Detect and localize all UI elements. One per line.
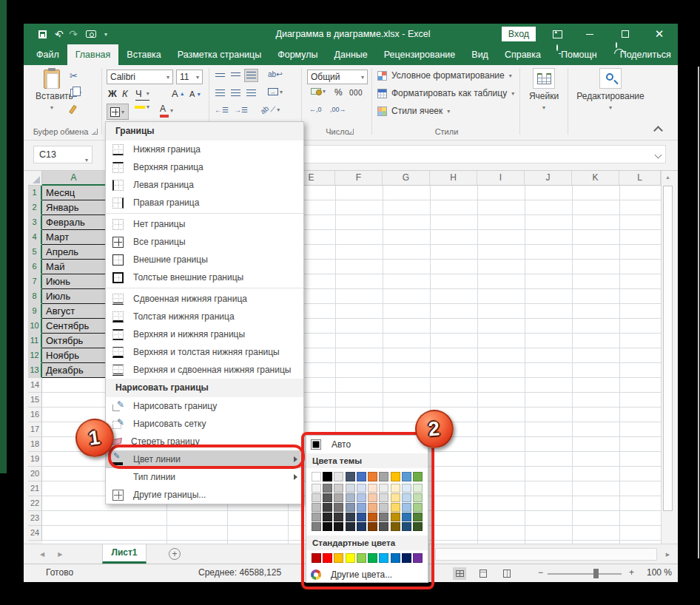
row-header[interactable]: 22 — [28, 496, 42, 511]
signin-button[interactable]: Вход — [502, 27, 536, 41]
row-header[interactable]: 4 — [28, 230, 42, 245]
zoom-slider[interactable] — [548, 573, 622, 575]
row-header[interactable]: 15 — [28, 393, 42, 408]
normal-view-button[interactable] — [453, 567, 466, 580]
menu-item-draw-border-grid[interactable]: ✎Нарисовать сетку — [106, 415, 303, 433]
row-header[interactable]: 23 — [28, 511, 42, 526]
column-header[interactable]: F — [335, 171, 383, 186]
menu-item-bottom-border[interactable]: Нижняя граница — [106, 141, 303, 158]
increase-indent-button[interactable]: →☰ — [234, 106, 248, 114]
minimize-icon[interactable] — [579, 24, 601, 44]
number-format-combo[interactable]: Общий▾ — [307, 70, 368, 84]
shrink-font-button[interactable]: А▼ — [189, 89, 201, 98]
format-painter-button[interactable] — [71, 105, 75, 114]
format-as-table-button[interactable]: Форматировать как таблицу▾ — [377, 88, 514, 98]
screenshot-icon[interactable] — [86, 30, 96, 38]
font-name-combo[interactable]: Calibri▾ — [107, 70, 173, 84]
prev-sheet-icon[interactable]: ◀ — [40, 551, 44, 558]
month-cell[interactable]: Февраль — [42, 215, 106, 230]
customize-qat-icon[interactable]: ▾ — [104, 31, 107, 38]
bold-button[interactable]: Ж — [108, 88, 117, 99]
tab-page-layout[interactable]: Разметка страницы — [169, 44, 269, 65]
tab-formulas[interactable]: Формулы — [269, 44, 326, 65]
row-header[interactable]: 1 — [28, 186, 42, 200]
row-header[interactable]: 12 — [28, 348, 42, 363]
row-header[interactable]: 14 — [28, 378, 42, 393]
ribbon-display-options-icon[interactable] — [546, 24, 568, 44]
decrease-indent-button[interactable]: ←☰ — [215, 106, 229, 114]
menu-item-outside-borders[interactable]: Внешние границы — [106, 251, 303, 268]
row-header[interactable]: 2 — [28, 200, 42, 215]
vertical-scrollbar[interactable]: ▲ — [661, 171, 674, 544]
clipboard-dialog-launcher-icon[interactable] — [92, 129, 98, 135]
tab-insert[interactable]: Вставка — [118, 44, 169, 65]
month-cell[interactable]: Июль — [42, 289, 106, 304]
paste-button[interactable]: Вставить ▾ — [36, 68, 68, 121]
align-center-button[interactable] — [229, 87, 243, 100]
align-middle-button[interactable] — [229, 69, 243, 82]
row-header[interactable]: 17 — [28, 422, 42, 437]
scroll-up-icon[interactable]: ▲ — [662, 171, 674, 184]
vertical-scrollbar-thumb[interactable] — [663, 186, 673, 511]
align-top-button[interactable] — [213, 69, 227, 82]
column-header[interactable]: K — [572, 171, 619, 186]
menu-item-top-bottom-border[interactable]: Верхняя и нижняя границы — [106, 325, 303, 343]
page-break-view-button[interactable] — [500, 567, 514, 580]
row-header[interactable]: 5 — [28, 245, 42, 260]
zoom-slider-thumb[interactable] — [593, 569, 599, 578]
row-header[interactable]: 10 — [28, 319, 42, 334]
menu-item-left-border[interactable]: Левая граница — [106, 176, 303, 194]
row-header[interactable]: 20 — [28, 467, 42, 481]
column-header[interactable]: J — [525, 171, 572, 186]
cells-button[interactable]: Ячейки ▾ — [524, 68, 564, 112]
month-cell[interactable]: Сентябрь — [42, 319, 106, 334]
menu-item-all-borders[interactable]: Все границы — [106, 233, 303, 251]
merge-center-button[interactable]: ↔▾ — [268, 88, 283, 95]
maximize-icon[interactable] — [614, 24, 636, 44]
accounting-format-button[interactable]: ▾ — [311, 88, 326, 95]
save-icon[interactable] — [38, 30, 47, 38]
month-cell[interactable]: Месяц — [42, 186, 106, 200]
column-header[interactable]: I — [477, 171, 525, 186]
tab-file[interactable]: Файл — [28, 44, 67, 65]
column-header-a[interactable]: A — [42, 171, 106, 186]
redo-icon[interactable]: ↷ — [69, 29, 78, 39]
month-cell[interactable]: Август — [42, 304, 106, 319]
page-layout-view-button[interactable] — [477, 567, 490, 580]
row-header[interactable]: 24 — [28, 526, 42, 541]
wrap-text-button[interactable]: ab↩ — [268, 70, 283, 78]
formula-input[interactable] — [283, 145, 666, 163]
menu-item-top-thick-bottom-border[interactable]: Верхняя и толстая нижняя границы — [106, 343, 303, 361]
menu-item-double-bottom-border[interactable]: Сдвоенная нижняя граница — [106, 290, 303, 308]
menu-item-right-border[interactable]: Правая граница — [106, 194, 303, 212]
column-header[interactable]: H — [430, 171, 477, 186]
row-header[interactable]: 7 — [28, 274, 42, 289]
italic-button[interactable]: К — [122, 88, 128, 99]
share-button[interactable]: Поделиться — [619, 44, 679, 65]
month-cell[interactable]: Июнь — [42, 274, 106, 289]
expand-formula-bar-icon[interactable] — [655, 152, 662, 159]
row-header[interactable]: 9 — [28, 304, 42, 319]
month-cell[interactable]: Ноябрь — [42, 348, 106, 363]
row-header[interactable]: 19 — [28, 452, 42, 467]
menu-item-thick-outside-borders[interactable]: Толстые внешние границы — [106, 268, 303, 286]
cell-styles-button[interactable]: Стили ячеек▾ — [377, 106, 450, 116]
row-header[interactable]: 11 — [28, 334, 42, 348]
month-cell[interactable]: Апрель — [42, 245, 106, 260]
row-header[interactable]: 16 — [28, 408, 42, 422]
sheet-tab-list1[interactable]: Лист1 — [102, 544, 147, 564]
month-cell[interactable]: Март — [42, 230, 106, 245]
row-header[interactable]: 6 — [28, 260, 42, 274]
horizontal-scrollbar[interactable] — [435, 548, 657, 561]
menu-item-top-border[interactable]: Верхняя граница — [106, 158, 303, 176]
row-header[interactable]: 13 — [28, 363, 42, 378]
menu-item-draw-border[interactable]: ✎Нарисовать границу — [106, 397, 303, 415]
font-size-combo[interactable]: 11▾ — [176, 70, 203, 84]
menu-item-top-double-bottom-border[interactable]: Верхняя и сдвоенная нижняя границы — [106, 361, 303, 379]
row-header[interactable]: 3 — [28, 215, 42, 230]
tab-view[interactable]: Вид — [463, 44, 497, 65]
tab-home[interactable]: Главная — [67, 44, 119, 65]
align-right-button[interactable] — [244, 87, 258, 100]
row-header[interactable]: 18 — [28, 437, 42, 452]
underline-button[interactable]: Ч▾ — [135, 88, 149, 101]
